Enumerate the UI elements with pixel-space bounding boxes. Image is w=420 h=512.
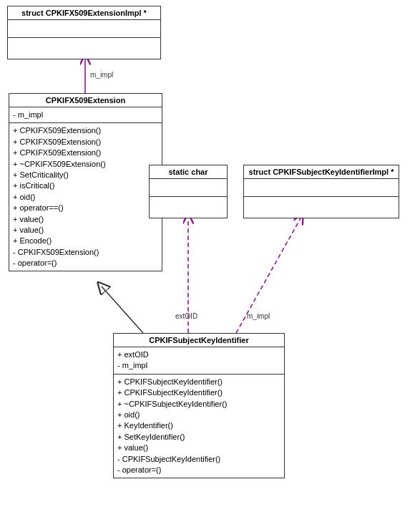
subject-key-attributes: + extOID- m_impl [114,347,284,375]
subject-impl-section1 [244,179,399,197]
diagram-container: m_impl extOID m_impl struct CPKIFX509Ext… [0,0,420,512]
sk-attr-item: + extOID [117,349,280,360]
sk-attr-item: - m_impl [117,360,280,371]
extension-box: CPKIFX509Extension - m_impl + CPKIFX509E… [9,93,162,271]
ext-method-item: - operator=() [13,258,158,269]
extension-attributes: - m_impl [9,107,162,123]
ext-method-item: + CPKIFX509Extension() [13,125,158,136]
ext-method-item: + Encode() [13,236,158,246]
sk-method-item: + value() [117,443,280,453]
impl-box: struct CPKIFX509ExtensionImpl * [7,6,161,59]
static-char-section1 [150,179,227,197]
sk-method-item: - CPKIFSubjectKeyIdentifier() [117,454,280,465]
subject-key-box: CPKIFSubjectKeyIdentifier + extOID- m_im… [113,333,285,478]
ext-method-item: + CPKIFX509Extension() [13,137,158,148]
extension-methods: + CPKIFX509Extension()+ CPKIFX509Extensi… [9,123,162,271]
static-char-title: static char [150,165,227,179]
sk-method-item: + CPKIFSubjectKeyIdentifier() [117,377,280,387]
ext-method-item: + value() [13,225,158,236]
mimpl-label2: m_impl [247,312,270,320]
ext-attr-mimpl: - m_impl [13,110,158,120]
subject-impl-section2 [244,197,399,211]
extension-box-title: CPKIFX509Extension [9,94,162,107]
ext-method-item: + operator==() [13,203,158,213]
sk-method-item: + oid() [117,410,280,420]
ext-method-item: + ~CPKIFX509Extension() [13,159,158,170]
subject-key-title: CPKIFSubjectKeyIdentifier [114,334,284,347]
subject-key-methods: + CPKIFSubjectKeyIdentifier()+ CPKIFSubj… [114,375,284,478]
static-char-section2 [150,197,227,211]
ext-method-item: + isCritical() [13,180,158,191]
mimpl-label1: m_impl [90,71,113,79]
ext-method-item: + CPKIFX509Extension() [13,148,158,158]
ext-method-item: + oid() [13,192,158,203]
sk-method-item: + KeyIdentifier() [117,420,280,431]
extoid-label: extOID [175,312,197,320]
subject-impl-title: struct CPKIFSubjectKeyIdentifierImpl * [244,165,399,179]
ext-method-item: - CPKIFX509Extension() [13,247,158,258]
ext-method-item: + value() [13,214,158,225]
sk-method-item: - operator=() [117,465,280,475]
sk-method-item: + SetKeyIdentifier() [117,432,280,443]
mimpl2-line [236,218,301,333]
static-char-box: static char [149,165,228,218]
sk-method-item: + CPKIFSubjectKeyIdentifier() [117,387,280,398]
sk-method-item: + ~CPKIFSubjectKeyIdentifier() [117,399,280,410]
inherit-line [102,286,143,333]
impl-box-section2 [8,38,160,52]
impl-box-title: struct CPKIFX509ExtensionImpl * [8,6,160,20]
ext-method-item: + SetCriticality() [13,170,158,180]
subject-impl-box: struct CPKIFSubjectKeyIdentifierImpl * [243,165,399,218]
impl-box-section1 [8,20,160,38]
